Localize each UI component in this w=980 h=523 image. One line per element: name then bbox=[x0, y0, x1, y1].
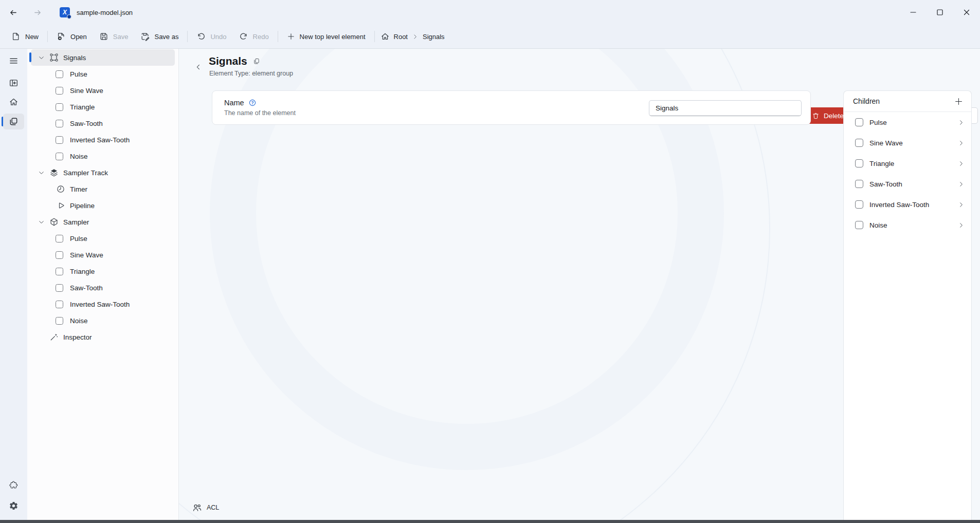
tree-item-sampler-track[interactable]: Sampler Track bbox=[31, 164, 175, 181]
svg-text:?: ? bbox=[251, 100, 253, 105]
tree-item-timer[interactable]: Timer bbox=[31, 181, 175, 197]
home-icon[interactable] bbox=[380, 32, 390, 41]
new-top-level-element-button[interactable]: New top level element bbox=[281, 28, 372, 45]
toolbar-separator bbox=[47, 31, 48, 42]
child-row-inverted-saw-tooth[interactable]: Inverted Saw-Tooth bbox=[844, 194, 971, 215]
forward-button[interactable] bbox=[29, 5, 46, 20]
icon-rail bbox=[0, 49, 27, 520]
tree-item-signals[interactable]: Signals bbox=[31, 49, 175, 66]
checkbox[interactable] bbox=[56, 317, 63, 325]
tree-item-sine-wave[interactable]: Sine Wave bbox=[31, 247, 175, 263]
tree-item-label: Signals bbox=[63, 54, 86, 62]
checkbox[interactable] bbox=[56, 120, 63, 127]
tree-item-label: Sampler Track bbox=[63, 169, 108, 177]
chevron-right-icon bbox=[957, 119, 965, 126]
close-button[interactable] bbox=[953, 0, 980, 25]
tree-item-saw-tooth[interactable]: Saw-Tooth bbox=[31, 279, 175, 296]
checkbox[interactable] bbox=[855, 200, 863, 209]
checkbox[interactable] bbox=[56, 103, 63, 111]
children-panel-header: Children bbox=[844, 91, 971, 112]
inspect-icon bbox=[49, 332, 59, 342]
page-title: Signals bbox=[209, 55, 247, 67]
name-input[interactable] bbox=[649, 100, 802, 116]
settings-button[interactable] bbox=[3, 498, 24, 514]
sidebar-toggle-button[interactable] bbox=[3, 75, 24, 91]
menu-button[interactable] bbox=[3, 53, 24, 69]
selection-accent-bar bbox=[29, 52, 31, 62]
checkbox[interactable] bbox=[56, 153, 63, 160]
checkbox[interactable] bbox=[56, 87, 63, 95]
child-row-noise[interactable]: Noise bbox=[844, 215, 971, 235]
tree-item-pipeline[interactable]: Pipeline bbox=[31, 197, 175, 214]
checkbox[interactable] bbox=[56, 136, 63, 144]
child-label: Sine Wave bbox=[869, 139, 903, 147]
save-as-button[interactable]: Save as bbox=[134, 28, 185, 45]
checkbox[interactable] bbox=[855, 180, 863, 188]
tree-item-pulse[interactable]: Pulse bbox=[31, 66, 175, 82]
undo-button[interactable]: Undo bbox=[190, 28, 232, 45]
minimize-button[interactable] bbox=[900, 0, 927, 25]
caret-down-icon[interactable] bbox=[37, 169, 45, 177]
add-child-button[interactable] bbox=[952, 95, 965, 108]
clock-icon bbox=[56, 184, 65, 194]
child-row-saw-tooth[interactable]: Saw-Tooth bbox=[844, 174, 971, 194]
child-row-pulse[interactable]: Pulse bbox=[844, 112, 971, 133]
help-icon[interactable]: ? bbox=[248, 99, 257, 107]
caret-down-icon[interactable] bbox=[37, 53, 45, 62]
back-button[interactable] bbox=[4, 5, 22, 20]
checkbox[interactable] bbox=[855, 159, 863, 167]
checkbox[interactable] bbox=[855, 221, 863, 229]
checkbox[interactable] bbox=[56, 268, 63, 275]
tree-item-sampler[interactable]: Sampler bbox=[31, 214, 175, 230]
redo-button[interactable]: Redo bbox=[233, 28, 275, 45]
element-tree: SignalsPulseSine WaveTriangleSaw-ToothIn… bbox=[27, 49, 179, 520]
tree-item-triangle[interactable]: Triangle bbox=[31, 99, 175, 115]
tree-item-sine-wave[interactable]: Sine Wave bbox=[31, 82, 175, 99]
close-icon bbox=[962, 8, 971, 17]
redo-button-label: Redo bbox=[253, 33, 269, 41]
tree-item-saw-tooth[interactable]: Saw-Tooth bbox=[31, 115, 175, 132]
checkbox[interactable] bbox=[56, 284, 63, 292]
tree-item-triangle[interactable]: Triangle bbox=[31, 263, 175, 279]
home-button[interactable] bbox=[3, 94, 24, 110]
elements-view-button[interactable] bbox=[3, 114, 24, 129]
detail-back-button[interactable] bbox=[192, 61, 204, 72]
tree-item-pulse[interactable]: Pulse bbox=[31, 230, 175, 247]
checkbox[interactable] bbox=[56, 301, 63, 308]
tree-item-inverted-saw-tooth[interactable]: Inverted Saw-Tooth bbox=[31, 296, 175, 312]
tree-item-inspector[interactable]: Inspector bbox=[31, 329, 175, 345]
copy-name-button[interactable] bbox=[253, 58, 260, 65]
open-button[interactable]: Open bbox=[50, 28, 93, 45]
acl-button[interactable]: ACL bbox=[188, 500, 223, 515]
tree-item-label: Triangle bbox=[70, 268, 95, 275]
sidebar-toggle-icon bbox=[9, 78, 19, 88]
maximize-button[interactable] bbox=[927, 0, 953, 25]
breadcrumb-chevron-icon bbox=[412, 33, 419, 40]
checkbox[interactable] bbox=[56, 70, 63, 78]
child-row-sine-wave[interactable]: Sine Wave bbox=[844, 133, 971, 153]
tree-item-inverted-saw-tooth[interactable]: Inverted Saw-Tooth bbox=[31, 132, 175, 148]
plus-icon bbox=[287, 32, 295, 41]
window-controls bbox=[900, 0, 980, 25]
tree-item-noise[interactable]: Noise bbox=[31, 148, 175, 164]
child-row-triangle[interactable]: Triangle bbox=[844, 153, 971, 174]
tree-item-label: Pulse bbox=[70, 70, 87, 78]
tree-item-label: Pulse bbox=[70, 235, 87, 242]
checkbox[interactable] bbox=[855, 139, 863, 147]
breadcrumb-current[interactable]: Signals bbox=[423, 33, 445, 41]
save-button[interactable]: Save bbox=[93, 28, 135, 45]
new-button[interactable]: New bbox=[5, 28, 45, 45]
checkbox[interactable] bbox=[56, 235, 63, 242]
name-field-label: Name bbox=[224, 99, 244, 107]
breadcrumb-root[interactable]: Root bbox=[394, 33, 408, 41]
save-as-button-label: Save as bbox=[154, 33, 178, 41]
tree-item-label: Pipeline bbox=[70, 202, 95, 210]
tree-item-noise[interactable]: Noise bbox=[31, 312, 175, 329]
checkbox[interactable] bbox=[56, 251, 63, 259]
checkbox[interactable] bbox=[855, 118, 863, 126]
extensions-button[interactable] bbox=[3, 477, 24, 493]
children-panel: Children PulseSine WaveTriangleSaw-Tooth… bbox=[843, 90, 972, 520]
caret-down-icon[interactable] bbox=[37, 218, 45, 226]
gear-icon bbox=[9, 501, 19, 511]
tree-item-label: Sampler bbox=[63, 218, 89, 226]
